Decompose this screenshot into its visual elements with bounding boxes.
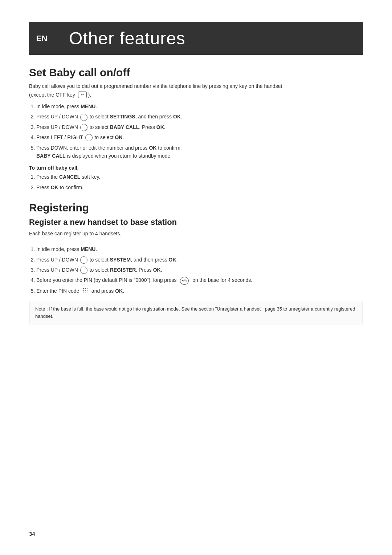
reg-step-2: Press UP / DOWN to select SYSTEM, and th… — [36, 256, 363, 264]
en-badge-text: EN — [36, 34, 48, 43]
svg-point-1 — [85, 288, 86, 288]
page-title: Other features — [69, 28, 185, 48]
turn-off-step-2: Press OK to confirm. — [36, 183, 363, 191]
baby-call-section: Set Baby call on/off Baby call allows yo… — [29, 66, 363, 191]
note-box: Note : If the base is full, the base wou… — [29, 301, 363, 324]
note-text: Note : If the base is full, the base wou… — [35, 306, 355, 319]
signal-icon: •⦾ — [180, 277, 189, 285]
registering-section: Registering Register a new handset to ba… — [29, 202, 363, 324]
header-banner: EN Other features — [29, 22, 363, 55]
step-2: Press UP / DOWN to select SETTINGS, and … — [36, 113, 363, 121]
registering-title: Registering — [29, 202, 363, 214]
en-badge: EN — [29, 22, 54, 55]
svg-point-0 — [83, 288, 84, 288]
svg-point-8 — [87, 291, 87, 292]
turn-off-step-1: Press the CANCEL soft key. — [36, 173, 363, 181]
reg-step-5: Enter the PIN code and p — [36, 287, 363, 296]
baby-call-steps: In idle mode, press MENU. Press UP / DOW… — [36, 102, 363, 160]
step-3: Press UP / DOWN to select BABY CALL. Pre… — [36, 123, 363, 131]
step-4: Press LEFT / RIGHT to select ON. — [36, 133, 363, 141]
reg-step-4: Before you enter the PIN (by default PIN… — [36, 276, 363, 284]
nav-icon — [80, 114, 87, 121]
registering-steps: In idle mode, press MENU. Press UP / DOW… — [36, 245, 363, 296]
registering-description: Each base can register up to 4 handsets. — [29, 230, 363, 238]
baby-call-description: Baby call allows you to dial out a progr… — [29, 82, 363, 90]
nav-icon — [85, 134, 93, 141]
nav-icon — [80, 124, 87, 131]
header-title-bar: Other features — [54, 22, 363, 55]
page: EN Other features Set Baby call on/off B… — [0, 0, 392, 353]
step-5: Press DOWN, enter or edit the number and… — [36, 144, 363, 160]
reg-step-1: In idle mode, press MENU. — [36, 245, 363, 253]
step-1: In idle mode, press MENU. — [36, 102, 363, 110]
baby-call-title: Set Baby call on/off — [29, 66, 363, 79]
svg-point-6 — [83, 291, 84, 292]
registering-sub-title: Register a new handset to base station — [29, 218, 363, 227]
nav-icon — [80, 267, 87, 274]
nav-icon — [80, 256, 87, 264]
keypad-icon — [82, 287, 89, 296]
svg-point-2 — [87, 288, 87, 288]
svg-point-5 — [87, 289, 87, 290]
off-key-icon: ↩ — [78, 92, 87, 98]
svg-point-7 — [85, 291, 86, 292]
svg-point-4 — [85, 289, 86, 290]
turn-off-label: To turn off baby call, — [29, 165, 363, 171]
turn-off-steps: Press the CANCEL soft key. Press OK to c… — [36, 173, 363, 191]
page-number: 34 — [29, 531, 35, 537]
reg-step-3: Press UP / DOWN to select REGISTER. Pres… — [36, 266, 363, 274]
off-key-line: (except the OFF key ↩ ). — [29, 92, 363, 98]
svg-point-3 — [83, 289, 84, 290]
